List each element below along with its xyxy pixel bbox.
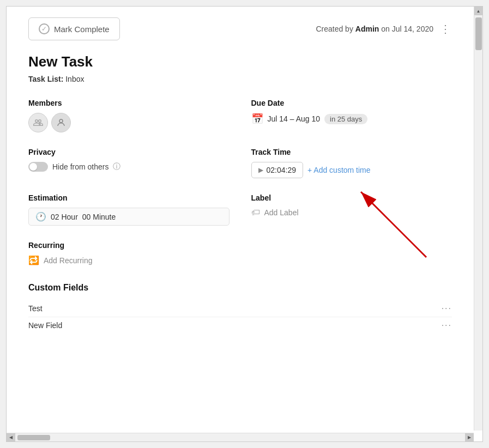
created-by-text: Created by Admin on Jul 14, 2020: [316, 25, 433, 33]
task-list-value: Inbox: [65, 75, 84, 83]
svg-point-0: [59, 119, 63, 123]
scroll-up-arrow[interactable]: ▲: [474, 7, 483, 15]
scroll-thumb[interactable]: [475, 17, 482, 50]
label-field-label: Label: [251, 193, 452, 202]
custom-field-row: Test ···: [28, 300, 452, 317]
members-label: Members: [28, 99, 230, 107]
hide-from-others-label: Hide from others: [52, 162, 108, 171]
task-list-line: Task List: Inbox: [28, 75, 452, 83]
add-label-text: Add Label: [264, 208, 299, 217]
track-time-label: Track Time: [251, 148, 452, 156]
toggle-knob: [29, 163, 37, 171]
main-window: ▲ ◀ ▶ ✓ Mark Complete Created by Admin o…: [6, 6, 483, 442]
check-circle-icon: ✓: [39, 23, 50, 34]
add-custom-time-link[interactable]: + Add custom time: [307, 166, 371, 174]
members-section: Members: [28, 99, 230, 132]
more-options-button[interactable]: ⋮: [440, 22, 452, 35]
custom-field-name-0: Test: [28, 304, 43, 313]
clock-icon: 🕐: [35, 211, 46, 222]
created-on-date: on Jul 14, 2020: [381, 25, 433, 33]
privacy-toggle[interactable]: [28, 162, 48, 172]
custom-field-row: New Field ···: [28, 317, 452, 334]
scrollbar-bottom[interactable]: ◀ ▶: [7, 433, 474, 441]
estimation-box[interactable]: 🕐 02 Hour 00 Minute: [28, 208, 230, 226]
custom-fields-section: Custom Fields Test ··· New Field ···: [28, 283, 452, 334]
due-date-content[interactable]: 📅 Jul 14 – Aug 10 in 25 days: [251, 113, 452, 125]
track-time-content: ▶ 02:04:29 + Add custom time: [251, 162, 452, 178]
custom-fields-title: Custom Fields: [28, 283, 452, 293]
info-icon[interactable]: ⓘ: [113, 162, 120, 172]
task-list-label: Task List:: [28, 75, 63, 83]
add-recurring-text: Add Recurring: [44, 256, 93, 265]
play-icon: ▶: [258, 166, 263, 174]
member-avatar[interactable]: [51, 113, 71, 132]
task-title: New Task: [28, 53, 452, 70]
content-area: ✓ Mark Complete Created by Admin on Jul …: [7, 7, 474, 433]
tag-icon: 🏷: [251, 208, 260, 217]
estimation-section: Estimation 🕐 02 Hour 00 Minute: [28, 193, 230, 226]
privacy-section: Privacy Hide from others ⓘ: [28, 148, 230, 178]
label-field-content[interactable]: 🏷 Add Label: [251, 208, 452, 217]
scroll-right-arrow[interactable]: ▶: [465, 433, 474, 442]
recurring-icon: 🔁: [28, 255, 39, 265]
due-date-label: Due Date: [251, 99, 452, 107]
add-member-avatar[interactable]: [28, 113, 48, 132]
time-value: 02:04:29: [267, 166, 297, 174]
created-by-user: Admin: [355, 25, 379, 33]
header-row: ✓ Mark Complete Created by Admin on Jul …: [28, 17, 452, 40]
scroll-bottom-thumb[interactable]: [17, 435, 50, 440]
recurring-label: Recurring: [28, 241, 230, 250]
avatar-group: [28, 113, 230, 132]
mark-complete-button[interactable]: ✓ Mark Complete: [28, 17, 120, 40]
scroll-left-arrow[interactable]: ◀: [7, 433, 15, 442]
recurring-field-content[interactable]: 🔁 Add Recurring: [28, 255, 230, 265]
privacy-content: Hide from others ⓘ: [28, 162, 230, 172]
due-date-range: Jul 14 – Aug 10: [268, 114, 321, 123]
track-time-section: Track Time ▶ 02:04:29 + Add custom time: [251, 148, 452, 178]
mark-complete-label: Mark Complete: [54, 25, 110, 34]
scrollbar-right[interactable]: ▲: [474, 7, 482, 431]
due-date-section: Due Date 📅 Jul 14 – Aug 10 in 25 days: [251, 99, 452, 132]
estimation-hours: 02 Hour: [51, 213, 78, 221]
privacy-label: Privacy: [28, 148, 230, 156]
estimation-minutes: 00 Minute: [82, 213, 116, 221]
label-section: Label 🏷 Add Label: [251, 193, 452, 226]
estimation-label: Estimation: [28, 193, 230, 202]
custom-field-name-1: New Field: [28, 321, 62, 330]
custom-field-menu-1[interactable]: ···: [442, 320, 452, 330]
custom-field-menu-0[interactable]: ···: [442, 304, 452, 313]
days-badge: in 25 days: [324, 114, 367, 124]
header-right: Created by Admin on Jul 14, 2020 ⋮: [316, 22, 452, 35]
recurring-section: Recurring 🔁 Add Recurring: [28, 241, 230, 265]
calendar-icon: 📅: [251, 113, 263, 125]
fields-grid: Members Due: [28, 99, 452, 265]
time-display[interactable]: ▶ 02:04:29: [251, 162, 304, 178]
